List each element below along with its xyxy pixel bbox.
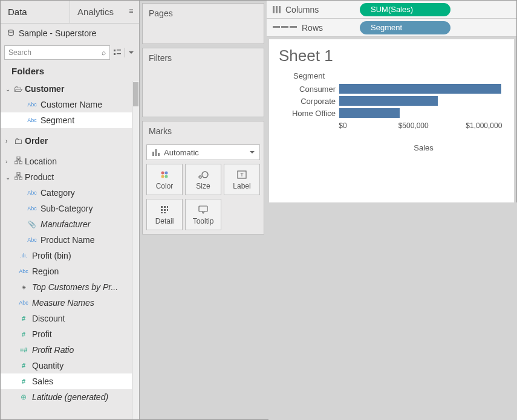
field-discount[interactable]: #Discount [1, 311, 139, 326]
svg-rect-12 [155, 149, 157, 156]
field-label: Customer Name [41, 100, 102, 109]
tab-data[interactable]: Data [1, 1, 70, 23]
field-customer-name[interactable]: Abc Customer Name [1, 97, 139, 112]
bar-row: Corporate [285, 95, 504, 107]
bar[interactable] [339, 84, 501, 94]
tab-analytics[interactable]: Analytics [70, 1, 139, 23]
scrollbar[interactable] [132, 81, 139, 419]
svg-rect-11 [152, 152, 154, 156]
find-menu-button[interactable] [127, 47, 135, 58]
folder-customer[interactable]: ⌄ 🗁 Customer [1, 81, 139, 97]
number-icon: # [18, 331, 30, 338]
svg-point-16 [161, 175, 164, 178]
set-icon: ◈ [18, 284, 30, 290]
bar-category-label: Home Office [285, 109, 339, 118]
field-latitude[interactable]: ⊕Latitude (generated) [1, 389, 139, 405]
datasource-row[interactable]: Sample - Superstore [1, 24, 139, 43]
marks-detail-label: Detail [155, 217, 174, 225]
field-profit-bin[interactable]: .ılı.Profit (bin) [1, 248, 139, 263]
view-toggle-icon[interactable] [112, 47, 123, 58]
field-label: Quantity [32, 361, 63, 370]
rows-pill[interactable]: Segment [360, 21, 450, 34]
field-profit-ratio[interactable]: =#Profit Ratio [1, 342, 139, 358]
filters-title: Filters [143, 48, 264, 68]
hierarchy-product[interactable]: ⌄ Product [1, 169, 139, 185]
field-label: Category [41, 188, 75, 198]
pages-shelf[interactable]: Pages [142, 3, 264, 44]
tick-label: $1,000,000 [466, 121, 502, 130]
attribute-icon: 📎 [26, 221, 38, 228]
field-segment[interactable]: Abc Segment [1, 112, 139, 128]
field-label: Location [25, 157, 57, 166]
field-quantity[interactable]: #Quantity [1, 358, 139, 373]
scrollbar-thumb[interactable] [133, 82, 138, 106]
field-product-name[interactable]: AbcProduct Name [1, 232, 139, 248]
columns-shelf[interactable]: Columns SUM(Sales) [267, 1, 516, 19]
search-input[interactable]: Search ⌕ [4, 45, 110, 60]
columns-icon [273, 6, 281, 13]
bar[interactable] [339, 96, 438, 106]
string-icon: Abc [26, 117, 38, 123]
field-measure-names[interactable]: AbcMeasure Names [1, 295, 139, 311]
rows-label: Rows [302, 23, 323, 33]
marks-color[interactable]: Color [146, 164, 183, 195]
folder-label: Order [25, 136, 48, 146]
svg-point-18 [199, 176, 201, 178]
field-top-customers[interactable]: ◈Top Customers by Pr... [1, 279, 139, 295]
marks-label[interactable]: T Label [224, 164, 260, 195]
svg-text:T: T [240, 172, 244, 178]
marks-color-label: Color [156, 182, 174, 190]
sheet-title[interactable]: Sheet 1 [279, 47, 504, 65]
size-icon [198, 169, 209, 180]
search-row: Search ⌕ [1, 43, 139, 62]
field-label: Measure Names [32, 298, 94, 308]
marks-detail[interactable]: Detail [146, 199, 183, 230]
field-label: Manufacturer [41, 219, 90, 229]
field-subcategory[interactable]: AbcSub-Category [1, 201, 139, 216]
hierarchy-icon [14, 172, 22, 182]
folders-heading: Folders [1, 62, 139, 81]
marks-type-select[interactable]: Automatic [146, 144, 260, 160]
marks-tooltip-label: Tooltip [193, 217, 214, 225]
svg-rect-28 [161, 212, 163, 213]
chart: Segment ConsumerCorporateHome Office $0$… [279, 71, 504, 152]
svg-point-19 [202, 172, 208, 178]
chevron-down-icon [250, 151, 255, 154]
string-icon: Abc [26, 237, 38, 243]
field-manufacturer[interactable]: 📎Manufacturer [1, 216, 139, 232]
field-category[interactable]: AbcCategory [1, 185, 139, 201]
svg-rect-5 [17, 157, 20, 159]
hierarchy-location[interactable]: › Location [1, 153, 139, 169]
label-icon: T [237, 169, 247, 180]
marks-empty [224, 199, 260, 230]
bar[interactable] [339, 108, 400, 118]
svg-rect-9 [15, 177, 18, 179]
rows-shelf[interactable]: Rows Segment [267, 19, 516, 37]
field-region[interactable]: AbcRegion [1, 263, 139, 279]
marks-size[interactable]: Size [185, 164, 221, 195]
field-profit[interactable]: #Profit [1, 326, 139, 342]
field-label: Region [32, 267, 59, 276]
field-sales[interactable]: #Sales [1, 373, 139, 389]
bar-category-label: Consumer [285, 85, 339, 94]
worksheet-pane: Columns SUM(Sales) Rows Segment Sheet 1 … [267, 1, 516, 419]
field-tree: ⌄ 🗁 Customer Abc Customer Name Abc Segme… [1, 81, 139, 419]
bar-row: Consumer [285, 83, 504, 95]
string-icon: Abc [18, 268, 30, 274]
svg-rect-24 [167, 206, 168, 208]
marks-tooltip[interactable]: Tooltip [185, 199, 221, 230]
svg-rect-8 [17, 172, 20, 175]
string-icon: Abc [26, 205, 38, 212]
number-icon: # [18, 378, 30, 385]
filters-shelf[interactable]: Filters [142, 48, 264, 117]
columns-pill[interactable]: SUM(Sales) [360, 3, 450, 16]
bin-icon: .ılı. [18, 253, 30, 259]
field-label: Profit [32, 329, 52, 339]
marks-size-label: Size [196, 182, 210, 190]
number-calc-icon: =# [18, 346, 30, 354]
bar-icon [152, 149, 160, 156]
folder-order[interactable]: › 🗀 Order [1, 133, 139, 149]
tick-label: $0 [339, 121, 346, 130]
number-icon: # [18, 362, 30, 369]
folder-label: Customer [25, 84, 64, 94]
